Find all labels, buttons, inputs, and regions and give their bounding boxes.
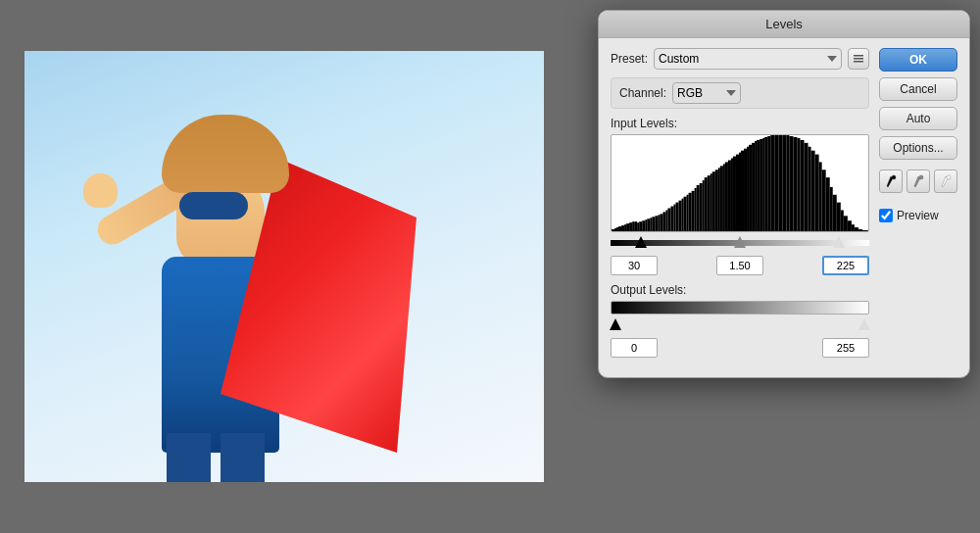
svg-rect-10 — [629, 222, 632, 231]
channel-label: Channel: — [619, 86, 666, 100]
output-black-marker[interactable] — [610, 318, 621, 330]
preset-row: Preset: Custom Default Darker Increase C… — [611, 48, 869, 70]
svg-rect-30 — [682, 199, 684, 231]
options-button[interactable]: Options... — [879, 136, 957, 160]
svg-rect-75 — [811, 151, 815, 231]
preset-icon-button[interactable] — [848, 48, 869, 70]
svg-rect-63 — [767, 136, 770, 231]
dialog-buttons: OK Cancel Auto Options... — [879, 48, 957, 365]
svg-rect-80 — [830, 187, 833, 231]
svg-rect-69 — [789, 136, 793, 231]
channel-select[interactable]: RGB Red Green Blue — [672, 82, 741, 104]
svg-rect-22 — [660, 214, 662, 231]
svg-rect-88 — [858, 229, 862, 231]
cancel-button[interactable]: Cancel — [879, 77, 957, 101]
svg-rect-84 — [844, 216, 848, 231]
svg-rect-68 — [786, 135, 789, 231]
svg-rect-67 — [782, 135, 786, 231]
svg-rect-11 — [632, 221, 634, 231]
black-eyedropper-button[interactable] — [879, 170, 903, 193]
svg-rect-64 — [770, 135, 774, 231]
gray-eyedropper-icon — [912, 174, 924, 188]
input-gamma-marker[interactable] — [734, 236, 746, 248]
svg-rect-76 — [815, 155, 819, 231]
svg-rect-33 — [689, 193, 692, 231]
input-black-marker[interactable] — [635, 236, 647, 248]
svg-rect-35 — [695, 188, 697, 231]
preset-menu-icon — [853, 53, 864, 65]
output-white-marker[interactable] — [858, 318, 870, 330]
preview-row: Preview — [879, 209, 957, 222]
svg-rect-53 — [741, 151, 744, 231]
eyedropper-row — [879, 170, 957, 193]
svg-rect-45 — [720, 166, 723, 231]
svg-rect-37 — [700, 183, 703, 231]
svg-rect-5 — [616, 227, 618, 231]
mask — [179, 192, 248, 219]
svg-point-91 — [892, 175, 896, 179]
input-white-marker[interactable] — [833, 236, 845, 248]
svg-rect-78 — [822, 170, 826, 231]
svg-rect-38 — [703, 180, 705, 231]
output-slider-area[interactable] — [611, 318, 869, 332]
svg-rect-73 — [805, 143, 808, 231]
svg-rect-8 — [624, 224, 626, 231]
svg-rect-9 — [626, 223, 629, 231]
svg-rect-79 — [826, 177, 830, 231]
histogram-svg — [612, 135, 868, 231]
svg-rect-4 — [614, 228, 616, 231]
svg-rect-83 — [841, 210, 844, 231]
svg-rect-16 — [645, 219, 647, 231]
svg-rect-17 — [647, 218, 650, 231]
svg-rect-87 — [855, 227, 858, 231]
svg-rect-23 — [662, 212, 665, 231]
white-eyedropper-button[interactable] — [934, 170, 957, 193]
white-eyedropper-icon — [940, 174, 952, 188]
input-slider-area[interactable] — [611, 236, 869, 250]
svg-rect-20 — [655, 216, 658, 231]
svg-rect-55 — [747, 147, 749, 231]
preview-checkbox[interactable] — [879, 209, 893, 222]
gray-eyedropper-button[interactable] — [906, 170, 930, 193]
svg-rect-24 — [665, 210, 667, 231]
output-black-field[interactable] — [611, 338, 658, 358]
ok-button[interactable]: OK — [879, 48, 957, 72]
photo-canvas — [24, 51, 544, 482]
leg-right — [220, 433, 265, 482]
input-white-field[interactable] — [822, 256, 869, 275]
dialog-main: Preset: Custom Default Darker Increase C… — [611, 48, 869, 365]
svg-rect-15 — [642, 220, 645, 231]
svg-rect-47 — [725, 162, 728, 231]
input-black-field[interactable] — [611, 256, 658, 275]
svg-rect-81 — [833, 195, 837, 231]
preset-select[interactable]: Custom Default Darker Increase Contrast … — [654, 48, 842, 70]
output-white-field[interactable] — [822, 338, 869, 358]
svg-rect-43 — [715, 170, 718, 231]
svg-rect-36 — [697, 185, 700, 231]
svg-rect-34 — [692, 191, 695, 231]
leg-left — [167, 433, 211, 482]
svg-rect-40 — [708, 175, 710, 231]
svg-rect-74 — [808, 147, 811, 231]
channel-row: Channel: RGB Red Green Blue — [619, 82, 860, 104]
auto-button[interactable]: Auto — [879, 107, 957, 130]
svg-rect-49 — [731, 159, 733, 231]
output-gradient-bar — [611, 301, 869, 315]
svg-rect-71 — [797, 138, 800, 231]
svg-rect-82 — [837, 203, 841, 231]
svg-rect-52 — [739, 153, 741, 231]
black-eyedropper-icon — [885, 174, 897, 188]
hair — [162, 115, 289, 193]
preview-label[interactable]: Preview — [897, 209, 939, 222]
histogram — [611, 134, 869, 232]
input-gamma-field[interactable] — [716, 256, 763, 275]
svg-rect-41 — [710, 173, 712, 231]
svg-rect-3 — [612, 229, 614, 231]
output-levels-label: Output Levels: — [611, 283, 869, 297]
svg-rect-26 — [670, 207, 673, 231]
output-values-row — [611, 338, 869, 358]
svg-rect-42 — [712, 171, 715, 231]
preset-label: Preset: — [611, 52, 648, 66]
output-section: Output Levels: — [611, 283, 869, 358]
svg-rect-18 — [650, 218, 652, 231]
